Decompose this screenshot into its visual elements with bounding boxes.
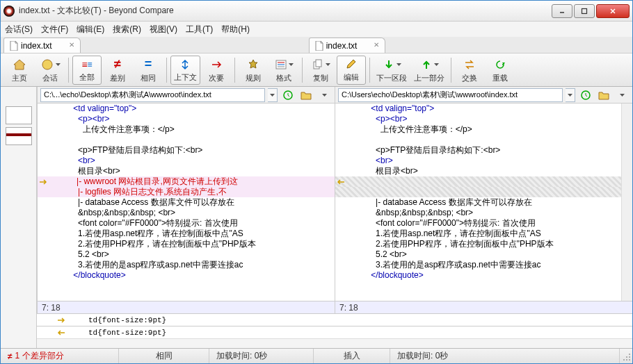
svg-point-13 [629,354,630,355]
copy-icon [312,59,324,70]
menu-help[interactable]: 帮助(H) [221,24,250,35]
main-area: <td valign="top"> <p><br> 上传文件注意事项：</p> … [1,87,632,348]
chevron-down-icon [56,63,61,66]
format-button[interactable]: 格式 [269,56,298,85]
minor-button[interactable]: 次要 [202,56,231,85]
diff-arrow-icon [335,176,346,187]
titlebar: index.txt - 文本比较(T) - Beyond Compare [1,1,632,22]
maximize-button[interactable] [574,4,595,18]
chevron-down-icon [326,63,330,66]
vertical-scrollbar[interactable] [621,104,632,301]
home-icon [13,58,26,71]
menu-file[interactable]: 文件(F) [41,24,68,35]
folder-open-icon [598,90,609,100]
thumbnail-right[interactable] [6,127,32,145]
chevron-down-icon [396,63,401,66]
position-bar-left: 7: 18 [38,301,335,313]
reload-button[interactable]: 重载 [486,56,515,85]
diff-button[interactable]: ≠差别 [103,56,132,85]
clock-icon [283,90,293,100]
rules-button[interactable]: 规则 [239,56,268,85]
path-bar-right [335,87,632,104]
path-dropdown[interactable] [268,88,278,102]
tab-close-icon[interactable]: ✕ [69,41,77,49]
position-bar-right: 7: 18 [335,301,632,313]
minimize-button[interactable] [552,4,572,18]
tab-right[interactable]: index.txt ✕ [309,38,386,53]
status-diff-count: 1 个差异部分 [15,350,64,362]
diff-arrow-icon [38,176,49,187]
menu-tools[interactable]: 工具(T) [186,24,213,35]
history-button[interactable] [578,88,593,102]
up-arrow-icon [420,59,433,70]
code-right[interactable]: <td valign="top"> <p><br> 上传文件注意事项：</p> … [335,104,621,301]
history-button[interactable] [280,88,296,102]
edit-button[interactable]: 编辑 [337,56,366,85]
chevron-down-icon [620,94,625,97]
svg-point-15 [629,356,630,358]
path-input-right[interactable] [338,88,563,102]
folder-open-icon [301,90,312,100]
options-button[interactable] [614,88,630,102]
merge-area: td{font-size:9pt} td{font-size:9pt} [37,313,632,348]
merge-row-right[interactable]: td{font-size:9pt} [37,326,632,338]
browse-button[interactable] [298,88,314,102]
svg-rect-1 [582,8,587,13]
swap-button[interactable]: 交换 [455,56,484,85]
status-insert: 插入 [344,350,360,362]
file-icon [10,41,18,51]
tab-close-icon[interactable]: ✕ [374,41,382,49]
format-icon [275,59,287,70]
svg-rect-10 [316,60,321,67]
overview-gutter[interactable] [1,87,37,348]
path-dropdown[interactable] [566,88,575,102]
toolbar: 主页 会话 ≡≡全部 ≠差别 =相同 上下文 次要 规则 格式 复制 编辑 下一… [1,53,632,87]
path-input-left[interactable] [40,88,265,102]
menu-edit[interactable]: 编辑(E) [77,24,104,35]
prev-button[interactable]: 上一部分 [411,56,447,85]
svg-point-4 [42,60,52,69]
menu-search[interactable]: 搜索(R) [113,24,141,35]
minor-icon [210,59,223,70]
app-icon [3,6,15,17]
pencil-icon [345,59,358,70]
chevron-down-icon [322,94,327,97]
sessions-button[interactable]: 会话 [35,56,65,85]
tab-left[interactable]: index.txt ✕ [3,38,81,53]
code-left[interactable]: <td valign="top"> <p><br> 上传文件注意事项：</p> … [38,104,335,301]
chevron-down-icon [434,63,439,66]
context-button[interactable]: 上下文 [170,56,200,85]
file-icon [315,41,323,51]
swap-icon [463,59,476,70]
svg-point-17 [626,359,627,361]
compare-area: <td valign="top"> <p><br> 上传文件注意事项：</p> … [37,87,632,313]
arrow-right-icon [56,317,66,324]
status-load-left: 加载时间: 0秒 [216,350,267,362]
svg-point-18 [629,359,630,361]
copy-button[interactable]: 复制 [306,56,335,85]
merge-row-left[interactable]: td{font-size:9pt} [37,313,632,326]
next-button[interactable]: 下一区段 [374,56,410,85]
thumbnail-left[interactable] [6,106,32,124]
menu-session[interactable]: 会话(S) [5,24,33,35]
resize-grip-icon[interactable] [620,350,632,363]
clock-icon [581,90,591,100]
tabbar: index.txt ✕ index.txt ✕ [1,37,632,53]
menubar: 会话(S) 文件(F) 编辑(E) 搜索(R) 视图(V) 工具(T) 帮助(H… [1,22,632,37]
all-button[interactable]: ≡≡全部 [72,56,102,85]
statusbar: ≠1 个差异部分 相同 加载时间: 0秒 插入 加载时间: 0秒 [1,348,632,363]
status-same: 相同 [156,350,173,362]
home-button[interactable]: 主页 [5,56,34,85]
chevron-down-icon [270,94,275,97]
chevron-down-icon [289,63,294,66]
tab-label: index.txt [326,41,358,51]
close-button[interactable] [596,4,630,18]
options-button[interactable] [316,88,332,102]
browse-button[interactable] [596,88,611,102]
menu-view[interactable]: 视图(V) [150,24,177,35]
arrow-left-icon [56,329,66,336]
same-button[interactable]: =相同 [134,56,163,85]
chevron-down-icon [568,94,572,97]
rules-icon [246,58,260,71]
window-title: index.txt - 文本比较(T) - Beyond Compare [19,5,552,17]
